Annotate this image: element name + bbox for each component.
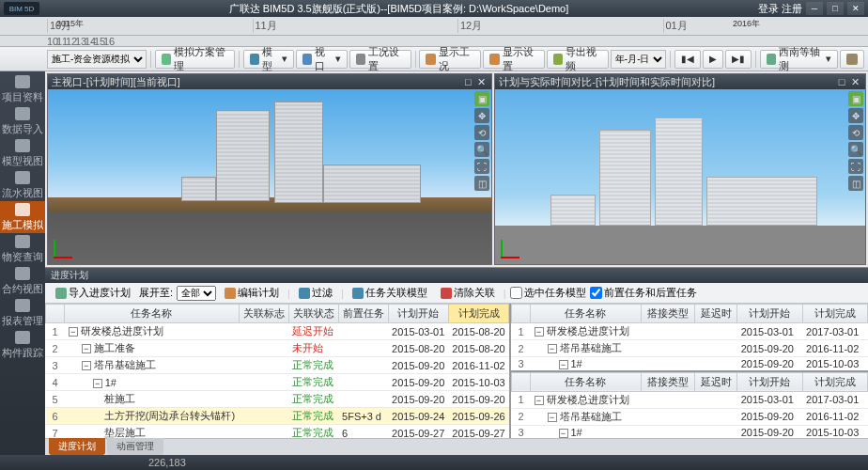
tree-toggle[interactable]: − (82, 361, 91, 370)
condition-button[interactable]: 工况设置 (349, 50, 411, 69)
column-header[interactable]: 延迟时 (694, 372, 736, 391)
select-tool[interactable]: ▣ (848, 91, 863, 106)
column-header[interactable] (46, 305, 65, 323)
timeline-day[interactable]: 14 (85, 36, 93, 47)
timeline-header[interactable]: 2015年 2016年 10月11月12月01月 (0, 17, 868, 36)
3d-scene-compare[interactable]: ▣ ✥ ⟲ 🔍 ⛶ ◫ (495, 89, 865, 264)
assoc-model-button[interactable]: 任务关联模型 (348, 285, 432, 302)
show-condition-button[interactable]: 显示工况 (419, 50, 481, 69)
sidebar-item[interactable]: 物资查询 (0, 233, 45, 265)
tab-schedule[interactable]: 进度计划 (49, 438, 105, 455)
fit-tool[interactable]: ⛶ (474, 159, 489, 174)
sidebar-item[interactable]: 项目资料 (0, 73, 45, 105)
table-row[interactable]: 7垫层施工正常完成62015-09-272015-09-272015-09-27… (46, 425, 512, 439)
orbit-tool[interactable]: ⟲ (848, 125, 863, 140)
tree-toggle[interactable]: − (548, 413, 557, 422)
viewport-button[interactable]: 视口▾ (296, 50, 347, 69)
column-header[interactable]: 关联标志 (239, 305, 288, 323)
timeline-day[interactable]: 13 (75, 36, 84, 47)
timeline-days[interactable]: 10111213141516 (0, 36, 868, 47)
tree-toggle[interactable]: − (559, 360, 568, 369)
table-row[interactable]: 1−研发楼总进度计划延迟开始2015-03-012015-08-202017-0… (46, 323, 512, 340)
column-header[interactable]: 任务名称 (531, 372, 642, 391)
tree-toggle[interactable]: − (535, 396, 544, 405)
section-tool[interactable]: ◫ (848, 176, 863, 191)
layers-button[interactable] (840, 50, 864, 69)
schedule-grid[interactable]: 任务名称关联标志关联状态前置任务计划开始计划完成预计开始预计完成实际1−研发楼总… (45, 304, 511, 438)
mode-dropdown[interactable]: 施工-资金资源模拟 (47, 50, 147, 69)
column-header[interactable]: 计划开始 (737, 305, 802, 323)
model-button[interactable]: 模型▾ (243, 50, 294, 69)
table-row[interactable]: 5桩施工正常完成2015-09-202015-09-202015-09-2020… (46, 391, 512, 408)
table-row[interactable]: 2−塔吊基础施工2015-09-202016-11-02 (512, 408, 868, 425)
axis-gizmo[interactable] (501, 232, 527, 258)
user-login[interactable]: 登录 注册 (758, 2, 802, 16)
timeline-month[interactable]: 11月 (253, 19, 458, 33)
column-header[interactable]: 计划开始 (737, 372, 802, 391)
sidebar-item[interactable]: 构件跟踪 (0, 329, 45, 361)
pre-post-task-checkbox[interactable]: 前置任务和后置任务 (590, 286, 697, 300)
column-header[interactable]: 任务名称 (65, 305, 239, 323)
sidebar-item[interactable]: 流水视图 (0, 169, 45, 201)
tab-animation[interactable]: 动画管理 (107, 438, 163, 455)
viewport-close-button[interactable]: ✕ (474, 76, 488, 88)
minimize-button[interactable]: ─ (806, 2, 823, 15)
table-row[interactable]: 2−塔吊基础施工2015-09-202016-11-02 (512, 340, 868, 357)
column-header[interactable] (512, 372, 531, 391)
show-settings-button[interactable]: 显示设置 (483, 50, 545, 69)
table-row[interactable]: 3−塔吊基础施工正常完成2015-09-202016-11-022015-09-… (46, 357, 512, 374)
tree-toggle[interactable]: − (82, 344, 91, 353)
play-prev-button[interactable]: ▮◀ (674, 50, 701, 69)
3d-scene-main[interactable]: ▣ ✥ ⟲ 🔍 ⛶ ◫ (48, 89, 491, 264)
viewport-max-button[interactable]: □ (835, 76, 848, 87)
axis-gizmo[interactable] (54, 232, 80, 258)
fit-tool[interactable]: ⛶ (848, 159, 863, 174)
timeline-month[interactable]: 12月 (457, 19, 663, 33)
sidebar-item[interactable]: 数据导入 (0, 105, 45, 137)
pan-tool[interactable]: ✥ (848, 108, 863, 123)
column-header[interactable]: 计划完成 (448, 305, 508, 323)
timeline-day[interactable]: 12 (66, 36, 74, 47)
sim-scheme-button[interactable]: 模拟方案管理 (155, 50, 235, 69)
viewport-max-button[interactable]: □ (461, 76, 474, 87)
zoom-tool[interactable]: 🔍 (474, 142, 489, 157)
predecessor-grid[interactable]: 任务名称搭接类型延迟时计划开始计划完成1−研发楼总进度计划2015-03-012… (511, 304, 868, 370)
edit-plan-button[interactable]: 编辑计划 (220, 285, 284, 302)
timeline-day[interactable]: 10 (47, 36, 55, 47)
column-header[interactable] (512, 305, 531, 323)
table-row[interactable]: 1−研发楼总进度计划2015-03-012017-03-01 (512, 323, 868, 340)
sidebar-item[interactable]: 模型视图 (0, 137, 45, 169)
play-next-button[interactable]: ▶▮ (725, 50, 752, 69)
section-tool[interactable]: ◫ (474, 176, 489, 191)
column-header[interactable]: 计划完成 (802, 372, 867, 391)
sidebar-item[interactable]: 报表管理 (0, 297, 45, 329)
timeline-day[interactable]: 15 (94, 36, 102, 47)
pan-tool[interactable]: ✥ (474, 108, 489, 123)
timeline-month[interactable]: 01月 (663, 19, 869, 33)
expand-dropdown[interactable]: 全部 (177, 286, 216, 301)
table-row[interactable]: 2−施工准备未开始2015-08-202015-08-202015-09-202… (46, 340, 512, 357)
table-row[interactable]: 1−研发楼总进度计划2015-03-012017-03-01 (512, 391, 868, 408)
column-header[interactable]: 搭接类型 (641, 372, 694, 391)
tree-toggle[interactable]: − (69, 327, 78, 337)
maximize-button[interactable]: □ (827, 2, 844, 15)
sidebar-item[interactable]: 合约视图 (0, 265, 45, 297)
column-header[interactable]: 计划开始 (388, 305, 448, 323)
axis-view-button[interactable]: 西南等轴测▾ (760, 50, 838, 69)
table-row[interactable]: 6土方开挖(周边承台转头锚杆)正常完成5FS+3 d2015-09-242015… (46, 408, 512, 425)
sidebar-item[interactable]: 施工模拟 (0, 201, 45, 233)
date-format-dropdown[interactable]: 年-月-日 (611, 50, 666, 69)
column-header[interactable]: 任务名称 (531, 305, 642, 323)
select-tool[interactable]: ▣ (474, 91, 489, 106)
tree-toggle[interactable]: − (535, 327, 544, 337)
column-header[interactable]: 搭接类型 (641, 305, 694, 323)
orbit-tool[interactable]: ⟲ (474, 125, 489, 140)
selected-task-checkbox[interactable]: 选中任务模型 (510, 286, 586, 300)
column-header[interactable]: 关联状态 (288, 305, 338, 323)
viewport-close-button[interactable]: ✕ (848, 76, 861, 88)
close-button[interactable]: ✕ (847, 2, 864, 15)
export-video-button[interactable]: 导出视频 (547, 50, 609, 69)
tree-toggle[interactable]: − (93, 379, 102, 388)
timeline-day[interactable]: 16 (103, 36, 112, 47)
filter-button[interactable]: 过滤 (294, 285, 337, 302)
